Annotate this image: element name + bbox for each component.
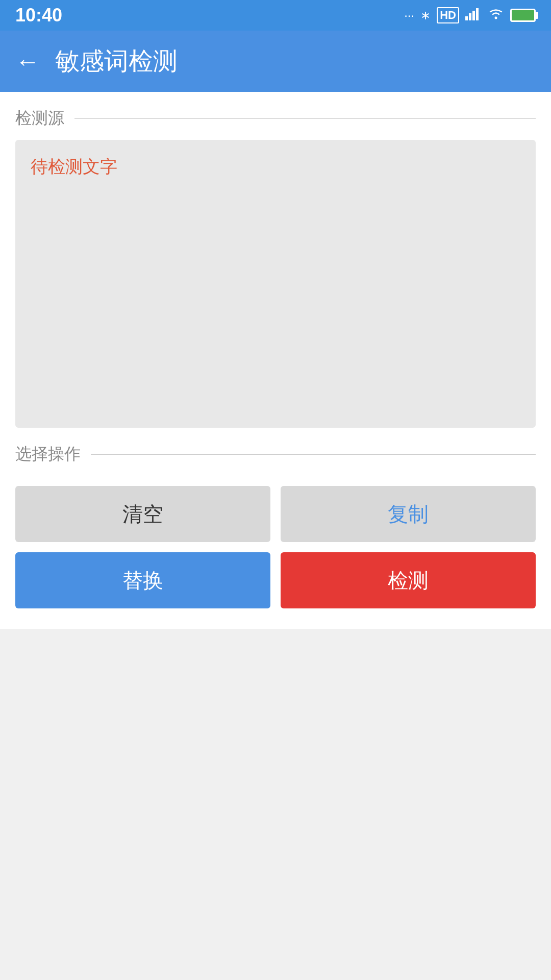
text-input[interactable] bbox=[31, 155, 520, 410]
svg-rect-2 bbox=[472, 11, 475, 20]
app-bar: ← 敏感词检测 bbox=[0, 31, 551, 92]
bottom-area bbox=[0, 629, 551, 935]
status-time: 10:40 bbox=[15, 5, 62, 26]
source-label: 检测源 bbox=[15, 107, 64, 130]
battery-icon bbox=[510, 9, 536, 22]
bluetooth-icon: ∗ bbox=[420, 8, 431, 22]
buttons-row-1: 清空 复制 bbox=[15, 486, 536, 542]
action-section-header: 选择操作 bbox=[15, 428, 536, 476]
replace-button[interactable]: 替换 bbox=[15, 552, 270, 608]
status-bar: 10:40 ··· ∗ HD bbox=[0, 0, 551, 31]
main-content: 检测源 选择操作 清空 复制 替换 检测 bbox=[0, 92, 551, 629]
hd-badge: HD bbox=[437, 7, 459, 23]
status-icons: ··· ∗ HD bbox=[404, 7, 536, 23]
detect-button[interactable]: 检测 bbox=[281, 552, 536, 608]
text-input-container bbox=[15, 140, 536, 428]
dots-icon: ··· bbox=[404, 8, 414, 22]
source-divider bbox=[74, 118, 536, 119]
svg-rect-3 bbox=[476, 8, 479, 20]
wifi-icon bbox=[488, 7, 504, 23]
action-divider bbox=[91, 454, 536, 455]
action-label: 选择操作 bbox=[15, 443, 81, 465]
back-button[interactable]: ← bbox=[15, 47, 40, 76]
clear-button[interactable]: 清空 bbox=[15, 486, 270, 542]
svg-rect-1 bbox=[469, 13, 471, 20]
copy-button[interactable]: 复制 bbox=[281, 486, 536, 542]
source-section-header: 检测源 bbox=[15, 92, 536, 140]
app-title: 敏感词检测 bbox=[55, 45, 178, 78]
svg-point-4 bbox=[495, 17, 497, 19]
signal-icon bbox=[465, 7, 482, 23]
svg-rect-0 bbox=[465, 16, 468, 20]
buttons-row-2: 替换 检测 bbox=[15, 552, 536, 608]
